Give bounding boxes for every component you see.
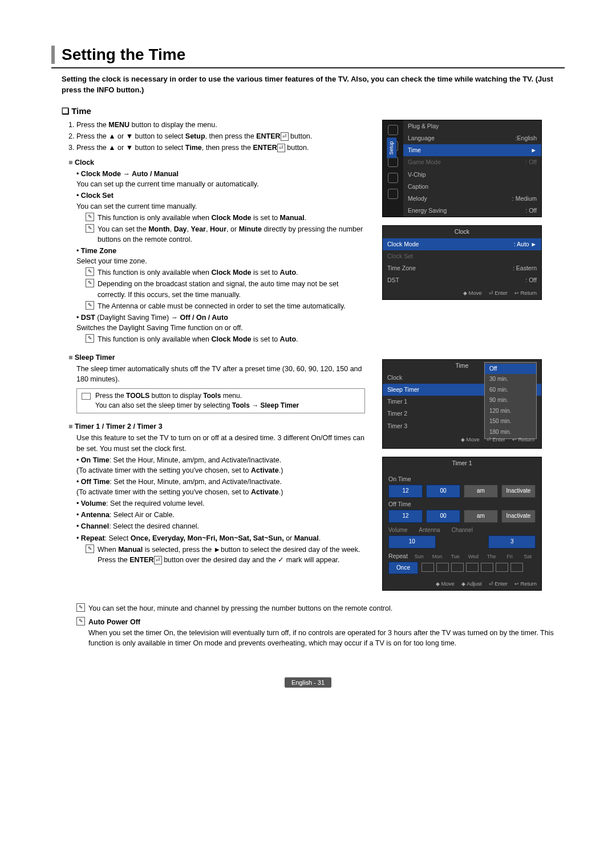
clock-set-note1: ✎This function is only available when Cl… — [86, 213, 365, 223]
osd-row: Time ► — [403, 144, 541, 156]
osd-row: Time Zone: Eastern — [383, 262, 541, 274]
clock-heading: Clock — [68, 157, 365, 168]
ch-value: 3 — [488, 535, 536, 549]
osd-row: V-Chip — [403, 169, 541, 181]
foot-enter: Enter — [489, 580, 508, 588]
foot-return: Return — [512, 436, 534, 444]
timers-text: Use this feature to set the TV to turn o… — [76, 433, 365, 453]
tz-note2: ✎Depending on the broadcast station and … — [86, 279, 365, 299]
repeat-note: ✎When Manual is selected, press the ►but… — [86, 545, 365, 565]
ontime: On Time: Set the Hour, Minute, am/pm, an… — [76, 455, 365, 476]
time-zone: Time ZoneSelect your time zone. — [76, 246, 365, 266]
sleep-option: 90 min. — [485, 395, 536, 406]
volume: Volume: Set the required volume level. — [76, 498, 365, 509]
right-column: Setup Plug & PlayLanguage:EnglishTime ►G… — [382, 120, 542, 599]
clock-mode: Clock Mode → Auto / ManualYou can set up… — [76, 169, 365, 189]
dst: DST (Daylight Saving Time) → Off / On / … — [76, 312, 365, 333]
left-column: Press the MENU button to display the men… — [68, 120, 365, 599]
input-icon — [388, 157, 398, 167]
day-checkbox — [510, 563, 523, 572]
ch-label: Channel — [452, 526, 473, 535]
osd-row: Energy Saving: Off — [403, 205, 541, 217]
day-label: Sat — [520, 553, 536, 560]
timer-cell: 12 — [388, 510, 423, 523]
foot-return: Return — [514, 580, 537, 588]
sleep-option: 120 min. — [485, 406, 536, 417]
offtime: Off Time: Set the Hour, Minute, am/pm, a… — [76, 477, 365, 497]
day-checkbox — [422, 563, 434, 572]
day-checkbox — [436, 563, 449, 572]
step-1: Press the MENU button to display the men… — [76, 120, 365, 130]
clock-set-note2: ✎You can set the Month, Day, Year, Hour,… — [86, 224, 365, 245]
foot-adjust: Adjust — [461, 580, 482, 588]
foot-move: Move — [436, 580, 455, 588]
number-note: ✎You can set the hour, minute and channe… — [76, 603, 565, 614]
osd-row: Clock Mode: Auto ► — [383, 238, 541, 250]
step-3: Press the ▲ or ▼ button to select Time, … — [76, 143, 365, 153]
day-label: Wed — [465, 553, 481, 560]
foot-move: Move — [463, 289, 482, 297]
auto-power-off: ✎Auto Power OffWhen you set the timer On… — [76, 617, 565, 648]
sleep-option: 60 min. — [485, 385, 536, 396]
osd-timer1-title: Timer 1 — [383, 457, 541, 469]
timer-cell: Inactivate — [501, 510, 536, 523]
support-icon — [388, 189, 398, 199]
on-time-label: On Time — [388, 475, 536, 484]
foot-move: Move — [461, 436, 480, 444]
osd-row: Caption — [403, 181, 541, 193]
osd-row: Language:English — [403, 132, 541, 144]
osd-row: Game Mode: Off — [403, 156, 541, 168]
ant-label: Antenna — [419, 526, 440, 535]
intro-text: Setting the clock is necessary in order … — [62, 74, 565, 96]
timer-cell: am — [464, 485, 498, 498]
day-label: Mon — [429, 553, 445, 560]
dst-note1: ✎This function is only available when Cl… — [86, 334, 365, 344]
antenna: Antenna: Select Air or Cable. — [76, 510, 365, 520]
osd-row: DST: Off — [383, 274, 541, 286]
day-label: Fri — [502, 553, 518, 560]
foot-enter: Enter — [489, 289, 508, 297]
timer-cell: 00 — [426, 485, 460, 498]
day-label: Sun — [411, 553, 427, 560]
foot-enter: Enter — [487, 436, 505, 444]
foot-return: Return — [514, 289, 537, 297]
tz-note1: ✎This function is only available when Cl… — [86, 267, 365, 278]
day-label: The — [484, 553, 500, 560]
tz-note3: ✎The Antenna or cable must be connected … — [86, 301, 365, 311]
osd-row: Clock Set — [383, 250, 541, 262]
day-checkbox — [451, 563, 464, 572]
timer-cell: 12 — [388, 485, 423, 498]
tools-tip: Press the TOOLS button to display Tools … — [76, 388, 365, 414]
osd-row: Plug & Play — [403, 120, 541, 132]
osd-time: Time ClockSleep Timer ►Timer 1Timer 2Tim… — [382, 359, 542, 449]
osd-clock-title: Clock — [383, 226, 541, 238]
off-time-label: Off Time — [388, 500, 536, 509]
osd-setup-tab: Setup — [387, 137, 396, 158]
sleep-option: Off — [485, 364, 536, 375]
application-icon — [388, 173, 398, 183]
day-checkbox — [496, 563, 508, 572]
repeat: Repeat: Select Once, Everyday, Mon~Fri, … — [76, 533, 365, 543]
clock-set: Clock SetYou can set the current time ma… — [76, 190, 365, 211]
picture-icon — [388, 125, 398, 135]
day-checkbox — [481, 563, 493, 572]
osd-clock: Clock Clock Mode: Auto ►Clock SetTime Zo… — [382, 225, 542, 299]
step-2: Press the ▲ or ▼ button to select Setup,… — [76, 131, 365, 141]
section-time: Time — [62, 106, 565, 116]
day-label: Tue — [447, 553, 463, 560]
sleep-text: The sleep timer automatically shuts off … — [76, 364, 365, 384]
repeat-value: Once — [388, 562, 418, 575]
page-footer: English - 31 — [51, 677, 565, 687]
channel: Channel: Select the desired channel. — [76, 521, 365, 531]
timer-cell: am — [464, 510, 498, 523]
timers-heading: Timer 1 / Timer 2 / Timer 3 — [68, 421, 365, 432]
repeat-label: Repeat — [388, 552, 408, 560]
timer-cell: 00 — [426, 510, 460, 523]
title-rule — [51, 67, 565, 68]
vol-value: 10 — [388, 535, 436, 549]
page-title: Setting the Time — [62, 46, 565, 64]
timer-cell: Inactivate — [501, 485, 536, 498]
day-checkbox — [466, 563, 479, 572]
vol-label: Volume — [388, 526, 407, 535]
sleep-option: 30 min. — [485, 374, 536, 385]
